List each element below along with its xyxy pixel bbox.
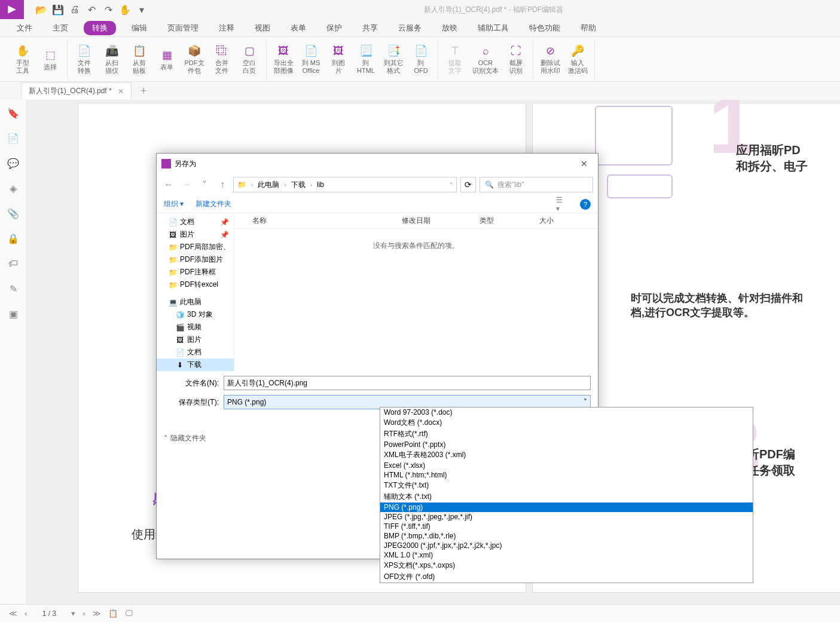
filetype-option[interactable]: RTF格式(*.rtf) xyxy=(380,428,753,440)
page-dropdown-icon[interactable]: ▾ xyxy=(71,609,75,618)
tree-item[interactable]: 🧊3D 对象 xyxy=(157,308,234,321)
new-folder-button[interactable]: 新建文件夹 xyxy=(196,199,231,209)
save-icon[interactable]: 💾 xyxy=(53,4,63,15)
merge-button[interactable]: ⿻合并文件 xyxy=(210,40,234,79)
filetype-option[interactable]: TXT文件(*.txt) xyxy=(380,480,753,491)
to-ofd-button[interactable]: 📄到OFD xyxy=(409,40,433,79)
filetype-option[interactable]: JPEG2000 (*.jpf,*.jpx,*.jp2,*.j2k,*.jpc) xyxy=(380,541,753,550)
back-button[interactable]: ← xyxy=(161,177,176,192)
menu-cloud[interactable]: 云服务 xyxy=(393,21,426,35)
search-input[interactable]: 🔍 搜索"lib" xyxy=(479,177,593,192)
up-button[interactable]: ↑ xyxy=(215,177,230,192)
dropdown-icon[interactable]: ▾ xyxy=(136,4,147,15)
comment-icon[interactable]: 💬 xyxy=(7,157,19,169)
export-images-button[interactable]: 🖼导出全部图像 xyxy=(271,40,295,79)
tree-item[interactable]: 🖼图片📌 xyxy=(157,228,234,241)
menu-special[interactable]: 特色功能 xyxy=(524,21,565,35)
page-number-input[interactable] xyxy=(34,609,64,618)
filetype-option[interactable]: Excel (*.xlsx) xyxy=(380,461,753,470)
menu-help[interactable]: 帮助 xyxy=(576,21,601,35)
remove-watermark-button[interactable]: ⊘删除试用水印 xyxy=(538,40,562,79)
screen-status-icon[interactable]: 🖵 xyxy=(125,609,133,618)
filename-input[interactable] xyxy=(224,376,591,390)
tree-item[interactable]: 📁PDF注释框 xyxy=(157,266,234,278)
menu-share[interactable]: 共享 xyxy=(358,21,383,35)
to-html-button[interactable]: 📃到HTML xyxy=(354,40,378,79)
close-tab-icon[interactable]: ✕ xyxy=(118,87,124,96)
bookmark-icon[interactable]: 🔖 xyxy=(7,107,19,119)
dialog-close-button[interactable]: ✕ xyxy=(575,159,593,168)
first-page-button[interactable]: ≪ xyxy=(9,609,17,618)
tree-item[interactable]: 📁PDF添加图片 xyxy=(157,253,234,266)
filetype-option[interactable]: JPEG (*.jpg,*.jpeg,*.jpe,*.jif) xyxy=(380,512,753,522)
pdf-package-button[interactable]: 📦PDF文件包 xyxy=(182,40,206,79)
refresh-button[interactable]: ⟳ xyxy=(460,177,476,192)
hand-icon[interactable]: ✋ xyxy=(120,4,130,15)
tree-item[interactable]: 🎬视频 xyxy=(157,321,234,333)
menu-edit[interactable]: 编辑 xyxy=(127,21,152,35)
dialog-titlebar[interactable]: 另存为 ✕ xyxy=(157,154,598,174)
chevron-down-icon[interactable]: ˅ xyxy=(450,182,453,188)
tree-item[interactable]: 📁PDF局部加密、 xyxy=(157,241,234,253)
security-icon[interactable]: 🔒 xyxy=(7,232,19,244)
select-button[interactable]: ⬚选择 xyxy=(38,40,62,79)
filetype-option[interactable]: OFD文件 (*.ofd) xyxy=(380,571,753,583)
to-other-button[interactable]: 📑到其它格式 xyxy=(381,40,405,79)
tree-item[interactable]: 📁PDF转excel xyxy=(157,278,234,291)
tree-item[interactable]: 📄文档📌 xyxy=(157,216,234,228)
new-tab-button[interactable]: + xyxy=(140,85,147,97)
crumb[interactable]: 下载 xyxy=(291,180,306,190)
view-mode-button[interactable]: ☰ ▾ xyxy=(556,196,568,213)
next-page-button[interactable]: › xyxy=(83,609,85,618)
file-list-header[interactable]: 名称 修改日期 类型 大小 xyxy=(234,213,598,229)
organize-button[interactable]: 组织 ▾ xyxy=(164,199,184,209)
filetype-option[interactable]: HTML (*.htm;*.html) xyxy=(380,470,753,480)
activation-button[interactable]: 🔑输入激活码 xyxy=(566,40,589,79)
tree-item-downloads[interactable]: ⬇下载 xyxy=(157,359,234,371)
menu-convert[interactable]: 转换 xyxy=(84,21,116,35)
help-button[interactable]: ? xyxy=(580,199,591,210)
forward-button[interactable]: → xyxy=(179,177,194,192)
layers-icon[interactable]: ◈ xyxy=(7,182,19,194)
filetype-option[interactable]: XML电子表格2003 (*.xml) xyxy=(380,449,753,461)
crumb[interactable]: lib xyxy=(317,180,324,189)
to-office-button[interactable]: 📄到 MSOffice xyxy=(299,40,323,79)
open-icon[interactable]: 📂 xyxy=(36,4,47,15)
menu-page[interactable]: 页面管理 xyxy=(163,21,203,35)
menu-home[interactable]: 主页 xyxy=(48,21,73,35)
menu-view[interactable]: 视图 xyxy=(250,21,275,35)
blank-page-button[interactable]: ▢空白白页 xyxy=(237,40,261,79)
file-convert-button[interactable]: 📄文件转换 xyxy=(72,40,96,79)
last-page-button[interactable]: ≫ xyxy=(93,609,101,618)
filetype-option[interactable]: BMP (*.bmp,*.dib,*.rle) xyxy=(380,531,753,541)
screen-ocr-button[interactable]: ⛶截屏识别 xyxy=(504,40,528,79)
attachment-icon[interactable]: 📎 xyxy=(7,207,19,219)
filetype-option[interactable]: 辅助文本 (*.txt) xyxy=(380,491,753,502)
prev-page-button[interactable]: ‹ xyxy=(25,609,27,618)
form-button[interactable]: ▦表单 xyxy=(155,40,179,79)
undo-icon[interactable]: ↶ xyxy=(86,4,97,15)
menu-access[interactable]: 辅助工具 xyxy=(473,21,514,35)
to-image-button[interactable]: 🖼到图片 xyxy=(326,40,350,79)
menu-annot[interactable]: 注释 xyxy=(214,21,239,35)
panel-icon[interactable]: ▣ xyxy=(7,308,19,320)
breadcrumb[interactable]: 📁 › 此电脑 › 下载 › lib ˅ xyxy=(233,177,457,192)
filetype-option[interactable]: Word文档 (*.docx) xyxy=(380,417,753,428)
document-tab[interactable]: 新人引导(1)_OCR(4).pdf * ✕ xyxy=(21,82,132,99)
filetype-option[interactable]: PNG (*.png) xyxy=(380,502,753,512)
from-scanner-button[interactable]: 📠从扫描仪 xyxy=(100,40,124,79)
signature-icon[interactable]: ✎ xyxy=(7,283,19,295)
filetype-option[interactable]: PowerPoint (*.pptx) xyxy=(380,440,753,449)
menu-protect[interactable]: 保护 xyxy=(322,21,347,35)
print-icon[interactable]: 🖨 xyxy=(69,4,80,15)
recent-dropdown[interactable]: ˅ xyxy=(197,177,212,192)
redo-icon[interactable]: ↷ xyxy=(103,4,114,15)
hand-tool-button[interactable]: ✋手型工具 xyxy=(11,40,35,79)
from-clipboard-button[interactable]: 📋从剪贴板 xyxy=(127,40,151,79)
tree-item[interactable]: 🖼图片 xyxy=(157,333,234,346)
tree-item-thispc[interactable]: 💻此电脑 xyxy=(157,296,234,308)
clipboard-status-icon[interactable]: 📋 xyxy=(108,609,118,618)
ocr-button[interactable]: ⌕OCR识别文本 xyxy=(471,40,500,79)
pages-icon[interactable]: 📄 xyxy=(7,132,19,144)
tags-icon[interactable]: 🏷 xyxy=(7,258,19,269)
